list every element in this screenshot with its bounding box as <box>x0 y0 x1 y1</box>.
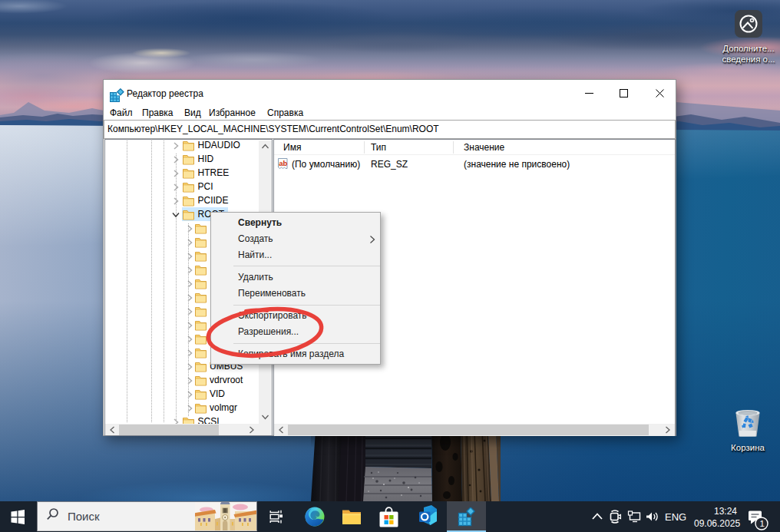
svg-text:1: 1 <box>760 519 765 528</box>
svg-text:ENG: ENG <box>665 511 686 523</box>
svg-text:13:24: 13:24 <box>714 506 737 517</box>
svg-text:09.06.2025: 09.06.2025 <box>694 518 740 529</box>
svg-text:ab: ab <box>279 159 287 167</box>
